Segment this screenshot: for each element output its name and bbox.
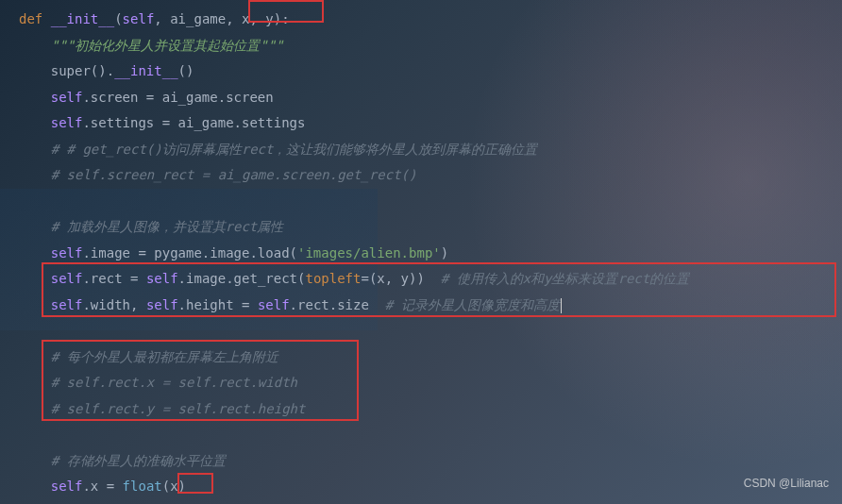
- code-line: # 加载外星人图像，并设置其rect属性: [19, 214, 842, 241]
- rect-assign: .rect =: [82, 271, 145, 286]
- keyword-def: def: [19, 11, 51, 26]
- watermark: CSDN @Lilianac: [744, 471, 829, 497]
- get-rect: .image.get_rect(: [178, 271, 306, 286]
- params-xy: x, y): [234, 11, 282, 26]
- text-cursor: [561, 298, 562, 313]
- x-assign: .x =: [82, 479, 122, 494]
- string-literal: 'images/alien.bmp': [297, 245, 441, 260]
- blank-line: [19, 318, 842, 344]
- comment: # self.screen_rect = ai_game.screen.get_…: [19, 167, 416, 182]
- code-editor[interactable]: def __init__(self, ai_game, x, y): """初始…: [0, 0, 842, 500]
- code-line: self.width, self.height = self.rect.size…: [19, 293, 842, 319]
- comment: # 使用传入的x和y坐标来设置rect的位置: [441, 271, 689, 286]
- self-ref: self: [146, 271, 178, 286]
- params-mid: , ai_game,: [154, 11, 233, 26]
- blank-line: [19, 422, 842, 448]
- self-ref: self: [19, 245, 82, 260]
- paren-close: ): [441, 245, 448, 260]
- comment: # 存储外星人的准确水平位置: [19, 453, 226, 468]
- comment: # # get_rect()访问屏幕属性rect，这让我们能够将外星人放到屏幕的…: [19, 142, 537, 157]
- code-line: # self.rect.y = self.rect.height: [19, 396, 842, 423]
- rect-size: .rect.size: [290, 297, 385, 312]
- code-line: self.x = float(x): [19, 474, 842, 500]
- code-line: self.screen = ai_game.screen: [19, 85, 842, 111]
- code-line: self.rect = self.image.get_rect(topleft=…: [19, 266, 842, 293]
- self-ref: self: [19, 115, 82, 130]
- self-ref: self: [19, 297, 82, 312]
- colon: :: [281, 11, 289, 26]
- code-line: # # get_rect()访问屏幕属性rect，这让我们能够将外星人放到屏幕的…: [19, 137, 842, 163]
- code-line: def __init__(self, ai_game, x, y):: [19, 7, 842, 33]
- code-line: self.image = pygame.image.load('images/a…: [19, 241, 842, 267]
- blank-line: [19, 189, 842, 215]
- code-line: self.settings = ai_game.settings: [19, 110, 842, 137]
- kwarg-topleft: topleft: [305, 271, 361, 286]
- self-ref: self: [146, 297, 178, 312]
- image-load: .image = pygame.image.load(: [82, 245, 297, 260]
- kwarg-val: =(x, y)): [361, 271, 440, 286]
- comment: # 加载外星人图像，并设置其rect属性: [19, 219, 283, 234]
- paren: (: [114, 11, 122, 26]
- code-line: # 每个外星人最初都在屏幕左上角附近: [19, 344, 842, 371]
- code-line: """初始化外星人并设置其起始位置""": [19, 33, 842, 59]
- docstring: """初始化外星人并设置其起始位置""": [19, 38, 283, 53]
- code-line: # self.screen_rect = ai_game.screen.get_…: [19, 162, 842, 189]
- self-ref: self: [19, 90, 82, 105]
- assign-screen: .screen = ai_game.screen: [82, 90, 273, 105]
- parens: (): [178, 63, 194, 78]
- self-ref: self: [19, 479, 82, 494]
- comment: # 记录外星人图像宽度和高度: [385, 297, 560, 312]
- super-call: super().: [19, 63, 114, 78]
- code-line: super().__init__(): [19, 59, 842, 85]
- dunder-init: __init__: [114, 63, 177, 78]
- self-param: self: [123, 11, 155, 26]
- float-arg: (x): [162, 479, 186, 494]
- assign-settings: .settings = ai_game.settings: [82, 115, 305, 130]
- code-line: # 存储外星人的准确水平位置: [19, 448, 842, 475]
- comment: # self.rect.y = self.rect.height: [19, 401, 305, 416]
- comment: # self.rect.x = self.rect.width: [19, 375, 297, 390]
- height-attr: .height =: [178, 297, 258, 312]
- self-ref: self: [258, 297, 290, 312]
- self-ref: self: [19, 271, 82, 286]
- builtin-float: float: [123, 479, 162, 494]
- fn-name: __init__: [51, 11, 114, 26]
- comment: # 每个外星人最初都在屏幕左上角附近: [19, 349, 278, 364]
- width-attr: .width,: [82, 297, 145, 312]
- code-line: # self.rect.x = self.rect.width: [19, 370, 842, 396]
